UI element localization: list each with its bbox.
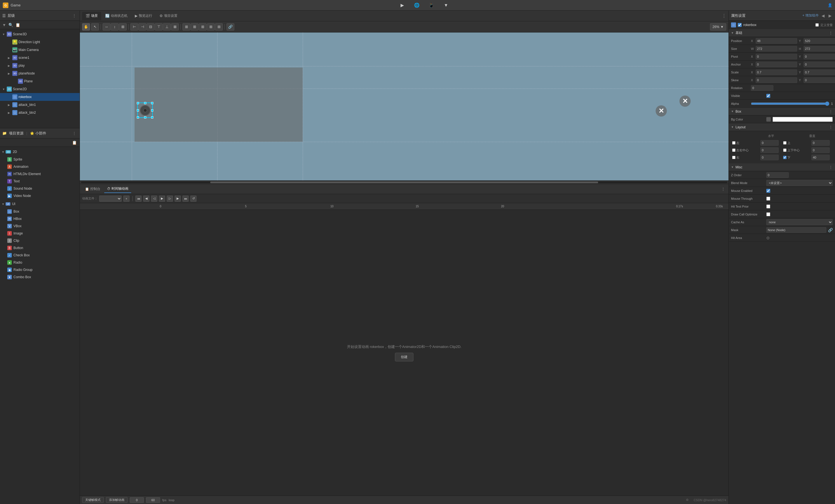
comp-text[interactable]: T Text bbox=[0, 177, 80, 185]
section-basic-header[interactable]: ▼ 基础 ⋮ bbox=[729, 29, 835, 37]
comp-combo-box[interactable]: ▼ Combo Box bbox=[0, 273, 80, 281]
pivot-y-input[interactable] bbox=[803, 54, 835, 59]
comp-vbox[interactable]: V VBox bbox=[0, 223, 80, 230]
anchor-x-input[interactable] bbox=[756, 62, 797, 67]
tree-item-scene3d[interactable]: ▼ 3D Scene3D bbox=[0, 30, 80, 38]
hit-area-icon-btn[interactable]: ⊙ bbox=[766, 236, 770, 240]
zoom-display[interactable]: 26% ▼ bbox=[710, 23, 726, 30]
footer-fps-input[interactable] bbox=[146, 497, 160, 503]
scale-x-input[interactable] bbox=[756, 69, 797, 75]
anim-prev-btn[interactable]: ◀ bbox=[143, 195, 149, 202]
tab-scene[interactable]: 🎬 场景 bbox=[82, 12, 101, 20]
tree-item-direction-light[interactable]: 💡 Direction Light bbox=[0, 38, 80, 46]
handle-bm[interactable] bbox=[144, 116, 146, 119]
handle-tr[interactable] bbox=[151, 102, 153, 104]
hierarchy-copy-btn[interactable]: 📋 bbox=[15, 22, 21, 28]
handle-ml[interactable] bbox=[137, 109, 139, 111]
footer-icon-btn[interactable]: ⚙ bbox=[683, 498, 692, 502]
tab-menu-btn[interactable]: ⋮ bbox=[722, 13, 726, 19]
align-center-h-btn[interactable]: ⊟ bbox=[147, 23, 155, 30]
anim-next-btn[interactable]: ▶ bbox=[175, 195, 181, 202]
hit-test-prior-checkbox[interactable] bbox=[766, 205, 770, 208]
handle-mr[interactable] bbox=[151, 109, 153, 111]
define-var-checkbox[interactable] bbox=[815, 23, 819, 27]
anim-prev-frame-btn[interactable]: ◁ bbox=[151, 195, 157, 202]
grid-extra-btn[interactable]: ⊞ bbox=[207, 23, 215, 30]
play-button[interactable]: ▶ bbox=[398, 1, 407, 9]
scale-y-input[interactable] bbox=[803, 69, 835, 75]
tree-item-scene2d[interactable]: ▼ 2D Scene2D bbox=[0, 85, 80, 93]
size-w-input[interactable] bbox=[756, 46, 797, 51]
comp-checkbox[interactable]: ✓ Check Box bbox=[0, 252, 80, 259]
alpha-slider[interactable] bbox=[751, 101, 829, 106]
anim-prev-key-btn[interactable]: ⏮ bbox=[136, 195, 142, 202]
create-anim-btn[interactable]: 创建 bbox=[395, 353, 413, 361]
tree-item-play[interactable]: ▶ 3D play bbox=[0, 62, 80, 69]
skew-y-input[interactable] bbox=[803, 77, 835, 83]
bottom-checkbox[interactable] bbox=[783, 156, 787, 159]
mouse-enabled-checkbox[interactable] bbox=[766, 189, 770, 193]
comp-video[interactable]: ▶ Video Node bbox=[0, 192, 80, 200]
globe-button[interactable]: 🌐 bbox=[412, 1, 421, 9]
anchor-y-input[interactable] bbox=[803, 62, 835, 67]
cancel-icon-2[interactable]: ✕ bbox=[679, 96, 691, 107]
hierarchy-search-btn[interactable]: 🔍 bbox=[8, 22, 14, 28]
align-left-btn[interactable]: ⊢ bbox=[130, 23, 138, 30]
tree-item-attack-btn1[interactable]: ▶ □ attack_btn1 bbox=[0, 101, 80, 109]
skew-x-input[interactable] bbox=[756, 77, 797, 83]
mask-link-btn[interactable]: 🔗 bbox=[828, 228, 833, 232]
fit-v-btn[interactable]: ↕ bbox=[111, 23, 119, 30]
right-value-input[interactable] bbox=[760, 155, 779, 160]
section-misc-menu[interactable]: ⋮ bbox=[829, 165, 833, 169]
viewport-canvas[interactable]: ✕ ✕ bbox=[80, 33, 729, 181]
comp-button[interactable]: B Button bbox=[0, 244, 80, 252]
anim-play-btn[interactable]: ▶ bbox=[159, 195, 165, 202]
bgcolor-swatch[interactable] bbox=[766, 117, 771, 122]
assets-menu-btn[interactable]: ⋮ bbox=[71, 130, 77, 136]
props-nav-right[interactable]: ▶ bbox=[828, 13, 833, 19]
handle-bl[interactable] bbox=[137, 116, 139, 119]
comp-htmldiv[interactable]: H HTMLDiv Element bbox=[0, 170, 80, 177]
bottom-value-input[interactable] bbox=[812, 155, 830, 160]
align-bottom-btn[interactable]: ⊥ bbox=[163, 23, 171, 30]
scroll-thumb[interactable] bbox=[210, 182, 598, 183]
anim-file-select[interactable] bbox=[99, 195, 122, 202]
props-nav-left[interactable]: ◀ bbox=[820, 13, 826, 19]
right-checkbox[interactable] bbox=[732, 156, 735, 159]
visible-checkbox[interactable] bbox=[766, 94, 770, 98]
zorder-input[interactable] bbox=[766, 172, 789, 178]
anim-loop-btn[interactable]: ↺ bbox=[190, 195, 197, 202]
comp-hbox[interactable]: H HBox bbox=[0, 215, 80, 223]
tab-settings[interactable]: ⚙ 项目设置 bbox=[156, 12, 181, 20]
tree-item-scene1[interactable]: ▶ 3D scene1 bbox=[0, 54, 80, 62]
tab-timeline[interactable]: ⏱ 时间轴动画 bbox=[104, 185, 131, 193]
section-layout-menu[interactable]: ⋮ bbox=[829, 125, 833, 129]
position-x-input[interactable] bbox=[756, 38, 797, 44]
bgcolor-preview[interactable] bbox=[773, 117, 833, 122]
cancel-icon-1[interactable]: ✕ bbox=[656, 105, 667, 117]
fit-h-btn[interactable]: ↔ bbox=[103, 23, 110, 30]
size-h-input[interactable] bbox=[803, 46, 835, 51]
top-value-input[interactable] bbox=[812, 140, 830, 146]
comp-radio-group[interactable]: ◉ Radio Group bbox=[0, 266, 80, 273]
handle-tl[interactable] bbox=[137, 102, 139, 104]
mouse-through-checkbox[interactable] bbox=[766, 197, 770, 201]
left-center-checkbox[interactable] bbox=[732, 148, 735, 152]
mask-input[interactable] bbox=[766, 227, 826, 233]
grid-4x4-btn[interactable]: ⊞ bbox=[199, 23, 207, 30]
section-layout-header[interactable]: ▼ Layout ⋮ bbox=[729, 123, 835, 131]
rokerbox-object[interactable] bbox=[137, 103, 153, 118]
grid-2x2-btn[interactable]: ⊞ bbox=[182, 23, 190, 30]
tab-preview[interactable]: ▶ 预览运行 bbox=[131, 12, 156, 20]
section-basic-menu[interactable]: ⋮ bbox=[829, 31, 833, 35]
cache-as-select[interactable]: none bbox=[766, 219, 833, 225]
dropdown-button[interactable]: ▼ bbox=[442, 1, 450, 9]
top-checkbox[interactable] bbox=[783, 141, 787, 145]
assets-copy-btn[interactable]: 📋 bbox=[71, 140, 78, 145]
add-frame-btn[interactable]: 添加帧动画 bbox=[106, 497, 127, 503]
left-checkbox[interactable] bbox=[732, 141, 735, 145]
tab-console[interactable]: 📋 控制台 bbox=[82, 185, 103, 193]
tab-anim-state[interactable]: 🔄 动画状态机 bbox=[102, 12, 131, 20]
add-component-btn[interactable]: + 增加组件 bbox=[802, 13, 819, 18]
fit-both-btn[interactable]: ⊞ bbox=[119, 23, 127, 30]
